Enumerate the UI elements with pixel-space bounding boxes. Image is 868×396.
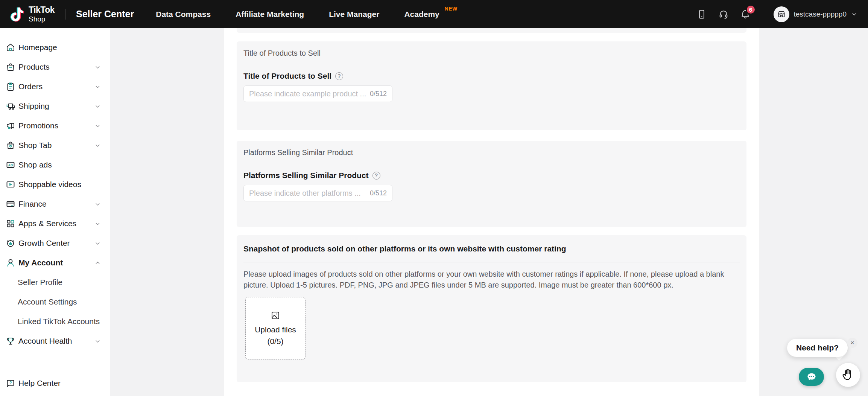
brand-tiktok: TikTok [29, 6, 55, 14]
sidebar-item-help-center[interactable]: ? Help Center [0, 373, 110, 393]
hand-cursor [836, 363, 860, 387]
sidebar-subitem-linked-tiktok-accounts[interactable]: Linked TikTok Accounts [0, 312, 110, 331]
svg-text:?: ? [9, 381, 12, 385]
sidebar-item-homepage[interactable]: Homepage [0, 38, 110, 57]
new-badge: NEW [445, 6, 458, 12]
sidebar-item-apps-services[interactable]: Apps & Services [0, 214, 110, 233]
sidebar-item-account-health[interactable]: Account Health [0, 331, 110, 351]
title-of-products-input-box: 0/512 [243, 85, 392, 102]
nav-live-manager[interactable]: Live Manager [329, 10, 379, 19]
field-label: Platforms Selling Similar Product ? [243, 171, 740, 180]
help-tooltip-icon[interactable]: ? [335, 72, 343, 80]
shoppable-videos-icon [6, 180, 15, 189]
chevron-down-icon [94, 221, 101, 227]
chevron-down-icon [94, 84, 101, 90]
sidebar-item-shipping[interactable]: Shipping [0, 96, 110, 116]
header-nav: Data Compass Affiliate Marketing Live Ma… [156, 10, 439, 19]
upload-label: Upload files [255, 325, 296, 334]
support-headset-icon[interactable] [718, 9, 729, 20]
previous-section-fragment [237, 28, 746, 33]
chevron-down-icon [94, 142, 101, 149]
tiktok-shop-logo[interactable]: TikTok Shop [9, 5, 55, 23]
need-help-tooltip: Need help? [787, 339, 848, 357]
brand-text: TikTok Shop [29, 6, 55, 23]
sidebar-item-orders[interactable]: Orders [0, 77, 110, 96]
orders-clipboard-icon [6, 82, 15, 91]
sidebar-subitem-account-settings[interactable]: Account Settings [0, 292, 110, 312]
notification-count-badge: 6 [746, 5, 756, 15]
section-snapshot-upload: Snapshot of products sold on other platf… [237, 235, 746, 382]
chevron-down-icon [94, 64, 101, 70]
sidebar-item-shop-ads[interactable]: AD Shop ads [0, 155, 110, 175]
account-name: testcase-ppppp0 [794, 10, 847, 18]
upload-counter: (0/5) [267, 337, 283, 346]
chevron-up-icon [94, 260, 101, 266]
upload-files-button[interactable]: Upload files (0/5) [245, 297, 306, 359]
shipping-truck-icon [6, 101, 15, 111]
account-health-trophy-icon [6, 336, 15, 346]
close-icon[interactable]: × [847, 338, 857, 348]
section-divider [243, 262, 740, 262]
tiktok-note-icon [9, 5, 26, 23]
section-title: Platforms Selling Similar Product [243, 148, 740, 157]
chat-bubble-icon [805, 370, 818, 383]
growth-center-icon [6, 238, 15, 248]
hand-icon [841, 368, 855, 382]
sidebar-item-shoppable-videos[interactable]: Shoppable videos [0, 175, 110, 194]
sidebar-subitem-seller-profile[interactable]: Seller Profile [0, 273, 110, 292]
megaphone-icon [6, 121, 15, 131]
notifications-button[interactable]: 6 [740, 9, 751, 20]
section-title-of-products: Title of Products to Sell Title of Produ… [237, 41, 746, 130]
header-small-divider [762, 11, 762, 18]
chevron-down-icon [94, 201, 101, 207]
user-icon [6, 258, 15, 268]
storefront-icon [777, 10, 786, 19]
platforms-input[interactable] [249, 189, 368, 198]
upload-instructions: Please upload images of products sold on… [243, 269, 736, 291]
chevron-down-icon [851, 11, 857, 17]
section-platforms-selling: Platforms Selling Similar Product Platfo… [237, 141, 746, 227]
help-tooltip-icon[interactable]: ? [372, 172, 380, 180]
nav-affiliate-marketing[interactable]: Affiliate Marketing [236, 10, 304, 19]
chevron-down-icon [94, 123, 101, 129]
main-content: Title of Products to Sell Title of Produ… [224, 28, 759, 396]
help-center-icon: ? [6, 378, 15, 388]
section-title: Title of Products to Sell [243, 49, 740, 58]
char-counter: 0/512 [370, 90, 387, 98]
mobile-app-icon[interactable] [696, 9, 707, 20]
sidebar-item-shop-tab[interactable]: Shop Tab [0, 136, 110, 155]
account-menu[interactable]: testcase-ppppp0 [774, 6, 858, 22]
apps-grid-icon [6, 219, 15, 228]
app-title: Seller Center [76, 9, 134, 20]
sidebar-item-growth-center[interactable]: Growth Center [0, 233, 110, 253]
sidebar-item-my-account[interactable]: My Account [0, 253, 110, 273]
finance-card-icon [6, 199, 15, 209]
sidebar-item-promotions[interactable]: Promotions [0, 116, 110, 136]
brand-shop: Shop [29, 15, 55, 23]
top-header: TikTok Shop Seller Center Data Compass A… [0, 0, 868, 28]
live-chat-button[interactable] [799, 368, 824, 386]
products-bag-icon [6, 62, 15, 72]
sidebar-item-products[interactable]: Products [0, 57, 110, 77]
home-icon [6, 43, 15, 52]
avatar [774, 6, 789, 22]
chevron-down-icon [94, 240, 101, 247]
image-icon [271, 311, 280, 320]
field-label: Title of Products to Sell ? [243, 72, 740, 81]
char-counter: 0/512 [370, 189, 387, 197]
nav-academy[interactable]: Academy NEW [404, 10, 439, 19]
header-divider [65, 9, 65, 20]
sidebar-nav: Homepage Products Orders Shipping Promot… [0, 28, 110, 396]
snapshot-section-title: Snapshot of products sold on other platf… [243, 244, 740, 253]
chevron-down-icon [94, 103, 101, 110]
chevron-down-icon [94, 338, 101, 344]
shop-tab-bag-icon [6, 140, 15, 150]
header-actions: 6 testcase-ppppp0 [696, 6, 858, 22]
sidebar-item-finance[interactable]: Finance [0, 194, 110, 214]
nav-data-compass[interactable]: Data Compass [156, 10, 211, 19]
title-of-products-input[interactable] [249, 90, 368, 98]
svg-text:AD: AD [8, 163, 13, 167]
platforms-input-box: 0/512 [243, 185, 392, 201]
shop-ads-icon: AD [6, 160, 15, 170]
